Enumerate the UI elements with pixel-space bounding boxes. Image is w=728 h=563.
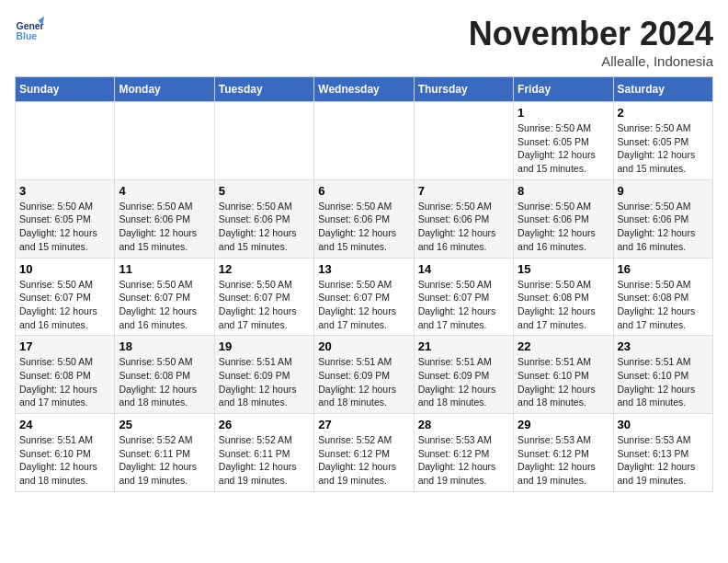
logo: General Blue	[15, 15, 44, 44]
day-number: 4	[119, 184, 210, 198]
day-cell	[115, 102, 214, 180]
day-info: Sunrise: 5:51 AM Sunset: 6:09 PM Dayligh…	[418, 355, 509, 409]
day-info: Sunrise: 5:50 AM Sunset: 6:07 PM Dayligh…	[19, 278, 110, 332]
day-cell	[16, 102, 115, 180]
day-cell: 30Sunrise: 5:53 AM Sunset: 6:13 PM Dayli…	[613, 414, 712, 492]
day-number: 7	[418, 184, 509, 198]
day-number: 14	[418, 262, 509, 276]
day-info: Sunrise: 5:50 AM Sunset: 6:06 PM Dayligh…	[219, 200, 310, 254]
header-tuesday: Tuesday	[214, 77, 313, 102]
day-number: 19	[219, 339, 310, 353]
day-info: Sunrise: 5:52 AM Sunset: 6:12 PM Dayligh…	[318, 433, 409, 488]
day-cell: 8Sunrise: 5:50 AM Sunset: 6:06 PM Daylig…	[514, 179, 613, 258]
day-cell: 3Sunrise: 5:50 AM Sunset: 6:05 PM Daylig…	[16, 179, 115, 258]
logo-icon: General Blue	[15, 15, 44, 44]
day-number: 11	[119, 262, 210, 276]
day-cell: 1Sunrise: 5:50 AM Sunset: 6:05 PM Daylig…	[514, 102, 613, 180]
header-friday: Friday	[514, 77, 613, 102]
day-cell: 25Sunrise: 5:52 AM Sunset: 6:11 PM Dayli…	[115, 414, 214, 492]
day-number: 26	[219, 418, 310, 431]
day-number: 24	[19, 418, 110, 431]
day-info: Sunrise: 5:53 AM Sunset: 6:13 PM Dayligh…	[618, 433, 709, 488]
svg-text:General: General	[17, 21, 44, 31]
page-header: General Blue November 2024 Allealle, Ind…	[15, 15, 713, 69]
title-block: November 2024 Allealle, Indonesia	[469, 15, 713, 69]
day-info: Sunrise: 5:50 AM Sunset: 6:05 PM Dayligh…	[618, 121, 709, 176]
day-number: 17	[19, 339, 110, 353]
day-info: Sunrise: 5:50 AM Sunset: 6:06 PM Dayligh…	[518, 200, 609, 254]
day-info: Sunrise: 5:51 AM Sunset: 6:10 PM Dayligh…	[618, 355, 709, 409]
day-cell: 13Sunrise: 5:50 AM Sunset: 6:07 PM Dayli…	[314, 258, 414, 336]
location: Allealle, Indonesia	[469, 53, 713, 69]
svg-text:Blue: Blue	[17, 31, 38, 41]
day-cell: 10Sunrise: 5:50 AM Sunset: 6:07 PM Dayli…	[16, 258, 115, 336]
week-row-1: 3Sunrise: 5:50 AM Sunset: 6:05 PM Daylig…	[16, 179, 713, 258]
day-info: Sunrise: 5:51 AM Sunset: 6:10 PM Dayligh…	[518, 355, 609, 409]
day-info: Sunrise: 5:51 AM Sunset: 6:09 PM Dayligh…	[219, 355, 310, 409]
month-title: November 2024	[469, 15, 713, 53]
header-sunday: Sunday	[16, 77, 115, 102]
day-cell: 16Sunrise: 5:50 AM Sunset: 6:08 PM Dayli…	[613, 258, 712, 336]
day-number: 21	[418, 339, 509, 353]
day-cell: 6Sunrise: 5:50 AM Sunset: 6:06 PM Daylig…	[314, 179, 414, 258]
header-thursday: Thursday	[414, 77, 513, 102]
day-cell: 27Sunrise: 5:52 AM Sunset: 6:12 PM Dayli…	[314, 414, 414, 492]
day-cell: 5Sunrise: 5:50 AM Sunset: 6:06 PM Daylig…	[214, 179, 313, 258]
day-number: 27	[318, 418, 409, 431]
day-number: 2	[618, 106, 709, 120]
day-info: Sunrise: 5:51 AM Sunset: 6:09 PM Dayligh…	[318, 355, 409, 409]
day-cell: 26Sunrise: 5:52 AM Sunset: 6:11 PM Dayli…	[214, 414, 313, 492]
day-number: 13	[318, 262, 409, 276]
week-row-3: 17Sunrise: 5:50 AM Sunset: 6:08 PM Dayli…	[16, 336, 713, 414]
day-info: Sunrise: 5:53 AM Sunset: 6:12 PM Dayligh…	[418, 433, 509, 488]
day-number: 15	[518, 262, 609, 276]
week-row-2: 10Sunrise: 5:50 AM Sunset: 6:07 PM Dayli…	[16, 258, 713, 336]
day-number: 28	[418, 418, 509, 431]
day-cell: 12Sunrise: 5:50 AM Sunset: 6:07 PM Dayli…	[214, 258, 313, 336]
day-number: 23	[618, 339, 709, 353]
day-cell: 22Sunrise: 5:51 AM Sunset: 6:10 PM Dayli…	[514, 336, 613, 414]
day-cell: 24Sunrise: 5:51 AM Sunset: 6:10 PM Dayli…	[16, 414, 115, 492]
day-cell	[314, 102, 414, 180]
day-cell: 19Sunrise: 5:51 AM Sunset: 6:09 PM Dayli…	[214, 336, 313, 414]
day-info: Sunrise: 5:52 AM Sunset: 6:11 PM Dayligh…	[219, 433, 310, 488]
day-number: 29	[518, 418, 609, 431]
day-cell: 21Sunrise: 5:51 AM Sunset: 6:09 PM Dayli…	[414, 336, 513, 414]
day-number: 18	[119, 339, 210, 353]
day-info: Sunrise: 5:50 AM Sunset: 6:06 PM Dayligh…	[318, 200, 409, 254]
day-cell: 20Sunrise: 5:51 AM Sunset: 6:09 PM Dayli…	[314, 336, 414, 414]
day-info: Sunrise: 5:50 AM Sunset: 6:08 PM Dayligh…	[19, 355, 110, 409]
day-number: 30	[618, 418, 709, 431]
day-info: Sunrise: 5:50 AM Sunset: 6:07 PM Dayligh…	[119, 278, 210, 332]
day-info: Sunrise: 5:50 AM Sunset: 6:07 PM Dayligh…	[318, 278, 409, 332]
day-cell: 17Sunrise: 5:50 AM Sunset: 6:08 PM Dayli…	[16, 336, 115, 414]
day-cell: 29Sunrise: 5:53 AM Sunset: 6:12 PM Dayli…	[514, 414, 613, 492]
day-info: Sunrise: 5:50 AM Sunset: 6:08 PM Dayligh…	[518, 278, 609, 332]
day-info: Sunrise: 5:50 AM Sunset: 6:05 PM Dayligh…	[19, 200, 110, 254]
day-number: 8	[518, 184, 609, 198]
day-cell: 18Sunrise: 5:50 AM Sunset: 6:08 PM Dayli…	[115, 336, 214, 414]
header-wednesday: Wednesday	[314, 77, 414, 102]
day-number: 12	[219, 262, 310, 276]
day-info: Sunrise: 5:50 AM Sunset: 6:06 PM Dayligh…	[618, 200, 709, 254]
day-info: Sunrise: 5:52 AM Sunset: 6:11 PM Dayligh…	[119, 433, 210, 488]
day-number: 10	[19, 262, 110, 276]
day-cell: 15Sunrise: 5:50 AM Sunset: 6:08 PM Dayli…	[514, 258, 613, 336]
day-info: Sunrise: 5:50 AM Sunset: 6:05 PM Dayligh…	[518, 121, 609, 176]
calendar-body: 1Sunrise: 5:50 AM Sunset: 6:05 PM Daylig…	[16, 102, 713, 492]
day-number: 9	[618, 184, 709, 198]
day-cell: 7Sunrise: 5:50 AM Sunset: 6:06 PM Daylig…	[414, 179, 513, 258]
day-info: Sunrise: 5:53 AM Sunset: 6:12 PM Dayligh…	[518, 433, 609, 488]
day-info: Sunrise: 5:51 AM Sunset: 6:10 PM Dayligh…	[19, 433, 110, 488]
calendar-table: SundayMondayTuesdayWednesdayThursdayFrid…	[15, 76, 713, 492]
header-monday: Monday	[115, 77, 214, 102]
day-number: 1	[518, 106, 609, 120]
day-cell: 28Sunrise: 5:53 AM Sunset: 6:12 PM Dayli…	[414, 414, 513, 492]
day-number: 22	[518, 339, 609, 353]
day-cell: 4Sunrise: 5:50 AM Sunset: 6:06 PM Daylig…	[115, 179, 214, 258]
day-number: 3	[19, 184, 110, 198]
day-number: 25	[119, 418, 210, 431]
day-number: 6	[318, 184, 409, 198]
day-info: Sunrise: 5:50 AM Sunset: 6:07 PM Dayligh…	[219, 278, 310, 332]
day-info: Sunrise: 5:50 AM Sunset: 6:07 PM Dayligh…	[418, 278, 509, 332]
